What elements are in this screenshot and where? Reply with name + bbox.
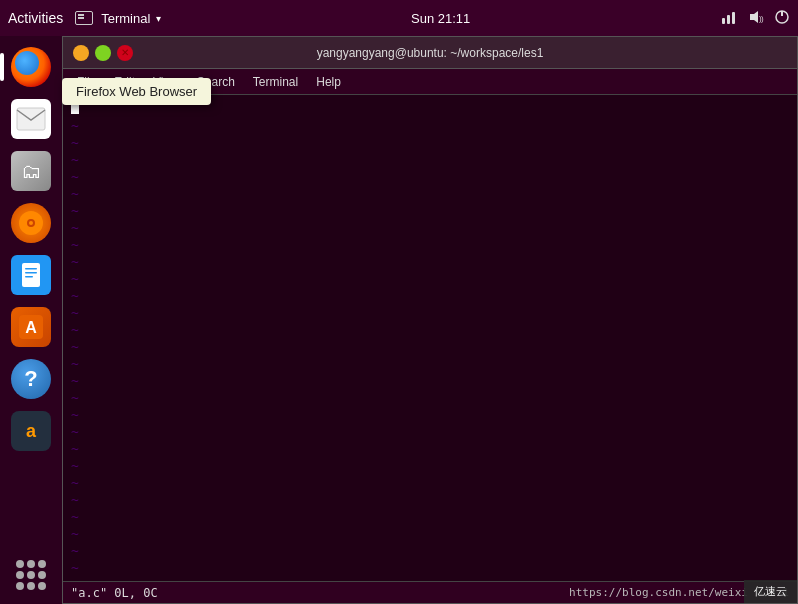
tooltip-popup: Firefox Web Browser: [62, 78, 211, 105]
top-bar-right: ) ): [720, 9, 790, 28]
help-icon: ?: [11, 359, 51, 399]
svg-rect-14: [25, 272, 37, 274]
top-bar: Activities Terminal ▾ Sun 21:11 ) ): [0, 0, 798, 36]
svg-point-11: [29, 221, 33, 225]
terminal-menu-label: Terminal: [101, 11, 150, 26]
terminal-title: yangyangyang@ubuntu: ~/workspace/les1: [133, 46, 727, 60]
terminal-titlebar: ✕ yangyangyang@ubuntu: ~/workspace/les1: [63, 37, 797, 69]
tilde-19: ~: [71, 423, 793, 440]
tooltip-text: Firefox Web Browser: [76, 84, 197, 99]
sound-icon[interactable]: ) ): [748, 10, 764, 27]
top-bar-left: Activities Terminal ▾: [8, 10, 161, 26]
tilde-9: ~: [71, 253, 793, 270]
tilde-lines: ~ ~ ~ ~ ~ ~ ~ ~ ~ ~ ~ ~ ~ ~ ~ ~ ~ ~ ~ ~: [71, 117, 793, 581]
sidebar-item-libreoffice[interactable]: [8, 252, 54, 298]
tilde-8: ~: [71, 236, 793, 253]
sidebar-item-email[interactable]: [8, 96, 54, 142]
activities-button[interactable]: Activities: [8, 10, 63, 26]
svg-text:A: A: [25, 319, 37, 336]
svg-rect-0: [722, 18, 725, 24]
sidebar: 🗂: [0, 36, 62, 604]
tilde-15: ~: [71, 355, 793, 372]
terminal-icon: [75, 11, 93, 25]
tilde-21: ~: [71, 457, 793, 474]
sidebar-item-amazon[interactable]: a: [8, 408, 54, 454]
tilde-10: ~: [71, 270, 793, 287]
tilde-13: ~: [71, 321, 793, 338]
tilde-18: ~: [71, 406, 793, 423]
svg-rect-13: [25, 268, 37, 270]
tilde-14: ~: [71, 338, 793, 355]
tilde-2: ~: [71, 134, 793, 151]
amazon-icon: a: [11, 411, 51, 451]
sidebar-item-files[interactable]: 🗂: [8, 148, 54, 194]
tilde-1: ~: [71, 117, 793, 134]
clock: Sun 21:11: [411, 11, 470, 26]
svg-rect-1: [727, 15, 730, 24]
appstore-icon: A: [11, 307, 51, 347]
tilde-12: ~: [71, 304, 793, 321]
svg-text:): ): [761, 14, 764, 23]
terminal-menu-arrow: ▾: [156, 13, 161, 24]
svg-rect-8: [17, 108, 45, 130]
tilde-25: ~: [71, 525, 793, 542]
power-icon[interactable]: [774, 9, 790, 28]
status-url: https://blog.csdn.net/weixi: [569, 586, 748, 599]
terminal-statusbar: "a.c" 0L, 0C https://blog.csdn.net/weixi…: [63, 581, 797, 603]
top-bar-title: Sun 21:11: [411, 11, 470, 26]
libreoffice-icon: [11, 255, 51, 295]
svg-rect-15: [25, 276, 33, 278]
tilde-20: ~: [71, 440, 793, 457]
tilde-17: ~: [71, 389, 793, 406]
tilde-27: ~: [71, 559, 793, 576]
menu-terminal[interactable]: Terminal: [245, 73, 306, 91]
tilde-16: ~: [71, 372, 793, 389]
maximize-button[interactable]: [95, 45, 111, 61]
tilde-26: ~: [71, 542, 793, 559]
sidebar-item-firefox[interactable]: [8, 44, 54, 90]
sidebar-item-rhythmbox[interactable]: [8, 200, 54, 246]
terminal-window: ✕ yangyangyang@ubuntu: ~/workspace/les1 …: [62, 36, 798, 604]
sidebar-item-help[interactable]: ?: [8, 356, 54, 402]
sidebar-item-software[interactable]: A: [8, 304, 54, 350]
watermark-text: 亿速云: [754, 584, 787, 599]
tilde-6: ~: [71, 202, 793, 219]
tilde-5: ~: [71, 185, 793, 202]
email-icon: [11, 99, 51, 139]
svg-marker-3: [750, 11, 758, 23]
desktop: 🗂: [0, 36, 798, 604]
terminal-content[interactable]: ~ ~ ~ ~ ~ ~ ~ ~ ~ ~ ~ ~ ~ ~ ~ ~ ~ ~ ~ ~: [63, 95, 797, 581]
minimize-button[interactable]: [73, 45, 89, 61]
rhythmbox-icon: [11, 203, 51, 243]
tilde-4: ~: [71, 168, 793, 185]
sidebar-item-apps[interactable]: [8, 552, 54, 598]
window-controls: ✕: [73, 45, 133, 61]
grid-icon: [11, 555, 51, 595]
status-filename: "a.c" 0L, 0C: [71, 586, 158, 600]
menu-help[interactable]: Help: [308, 73, 349, 91]
svg-rect-2: [732, 12, 735, 24]
files-icon: 🗂: [11, 151, 51, 191]
tilde-11: ~: [71, 287, 793, 304]
network-icon[interactable]: [720, 10, 738, 27]
tilde-28: ~: [71, 576, 793, 581]
terminal-menu[interactable]: Terminal ▾: [75, 11, 161, 26]
tilde-23: ~: [71, 491, 793, 508]
svg-rect-12: [22, 263, 40, 287]
tilde-22: ~: [71, 474, 793, 491]
firefox-icon: [11, 47, 51, 87]
tilde-3: ~: [71, 151, 793, 168]
watermark: 亿速云: [744, 580, 797, 603]
close-button[interactable]: ✕: [117, 45, 133, 61]
tilde-7: ~: [71, 219, 793, 236]
tilde-24: ~: [71, 508, 793, 525]
